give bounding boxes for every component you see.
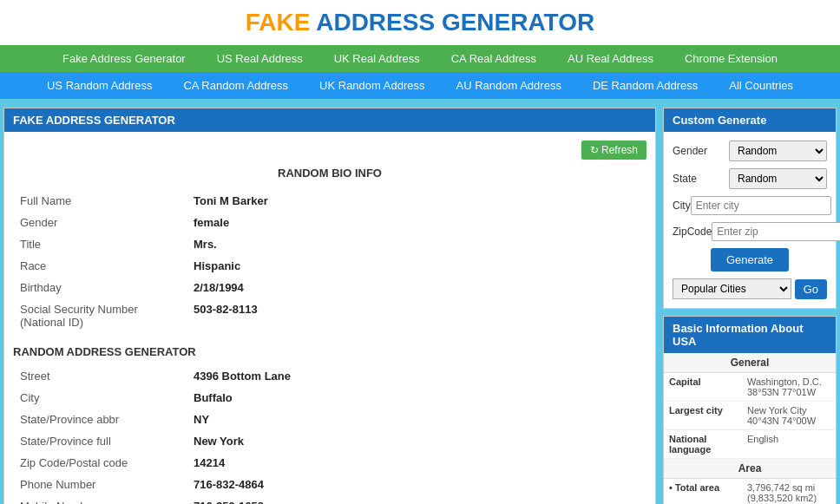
gender-select[interactable]: Random Male Female bbox=[729, 141, 827, 161]
nav-de-random-address[interactable]: DE Random Address bbox=[577, 72, 713, 99]
field-label: • Total area bbox=[664, 479, 742, 504]
field-value: 503-82-8113 bbox=[187, 298, 646, 333]
table-row: Street 4396 Bottom Lane bbox=[13, 365, 646, 387]
popular-cities-select[interactable]: Popular Cities bbox=[673, 278, 791, 299]
nav-chrome-extension[interactable]: Chrome Extension bbox=[669, 45, 793, 72]
table-row: • Total area 3,796,742 sq mi (9,833,520 … bbox=[664, 479, 836, 504]
city-input[interactable] bbox=[691, 196, 831, 215]
basic-info-content: General Capital Washington, D.C. 38°53N … bbox=[664, 353, 836, 504]
field-label: City bbox=[13, 387, 187, 409]
zip-label: ZipCode bbox=[673, 226, 712, 238]
field-label: Gender bbox=[13, 212, 187, 233]
table-row: Title Mrs. bbox=[13, 233, 646, 255]
nav-au-random-address[interactable]: AU Random Address bbox=[440, 72, 576, 99]
field-label: Full Name bbox=[13, 190, 187, 212]
address-table: Street 4396 Bottom Lane City Buffalo Sta… bbox=[13, 365, 646, 504]
field-label: Birthday bbox=[13, 277, 187, 298]
generate-button[interactable]: Generate bbox=[711, 248, 789, 272]
general-header: General bbox=[664, 353, 836, 373]
table-row: Social Security Number (National ID) 503… bbox=[13, 298, 646, 333]
logo-fake: FAKE bbox=[246, 9, 311, 36]
field-label: Title bbox=[13, 233, 187, 255]
field-label: Capital bbox=[664, 373, 742, 402]
nav-uk-random-address[interactable]: UK Random Address bbox=[304, 72, 440, 99]
go-button[interactable]: Go bbox=[795, 279, 827, 299]
nav-us-real-address[interactable]: US Real Address bbox=[201, 45, 318, 72]
custom-generate-content: Gender Random Male Female State Random C… bbox=[664, 132, 836, 308]
table-row: Phone Number 716-832-4864 bbox=[13, 474, 646, 495]
nav-us-random-address[interactable]: US Random Address bbox=[31, 72, 167, 99]
field-value: Washington, D.C. 38°53N 77°01W bbox=[742, 373, 836, 402]
table-row: State/Province abbr NY bbox=[13, 409, 646, 430]
basic-info-title: Basic Information About USA bbox=[664, 317, 836, 353]
state-label: State bbox=[673, 173, 729, 185]
field-value: Toni M Barker bbox=[187, 190, 646, 212]
field-value: female bbox=[187, 212, 646, 233]
city-row: City bbox=[673, 196, 827, 215]
nav-ca-random-address[interactable]: CA Random Address bbox=[167, 72, 304, 99]
nav-primary: Fake Address Generator US Real Address U… bbox=[0, 45, 840, 72]
field-value: NY bbox=[187, 409, 646, 430]
table-row: Largest city New York City 40°43N 74°00W bbox=[664, 402, 836, 430]
popular-cities-row: Popular Cities Go bbox=[673, 278, 827, 299]
general-table: Capital Washington, D.C. 38°53N 77°01W L… bbox=[664, 373, 836, 459]
field-value: Hispanic bbox=[187, 255, 646, 277]
table-row: Birthday 2/18/1994 bbox=[13, 277, 646, 298]
table-row: Zip Code/Postal code 14214 bbox=[13, 452, 646, 474]
area-header: Area bbox=[664, 459, 836, 479]
logo-rest: ADDRESS GENERATOR bbox=[310, 9, 594, 36]
gender-label: Gender bbox=[673, 145, 729, 157]
left-panel-content: ↻ Refresh RANDOM BIO INFO Full Name Toni… bbox=[4, 132, 655, 504]
field-value: New York bbox=[187, 430, 646, 452]
nav-uk-real-address[interactable]: UK Real Address bbox=[318, 45, 436, 72]
zip-row: ZipCode bbox=[673, 222, 827, 241]
nav-all-countries[interactable]: All Countries bbox=[713, 72, 809, 99]
table-row: Gender female bbox=[13, 212, 646, 233]
field-value: New York City 40°43N 74°00W bbox=[742, 402, 836, 430]
nav-fake-address-generator[interactable]: Fake Address Generator bbox=[47, 45, 201, 72]
main-container: FAKE ADDRESS GENERATOR ↻ Refresh RANDOM … bbox=[3, 108, 837, 504]
zip-input[interactable] bbox=[712, 222, 840, 241]
field-label: Social Security Number (National ID) bbox=[13, 298, 187, 333]
field-label: Largest city bbox=[664, 402, 742, 430]
nav-ca-real-address[interactable]: CA Real Address bbox=[436, 45, 552, 72]
field-label: National language bbox=[664, 430, 742, 459]
table-row: Capital Washington, D.C. 38°53N 77°01W bbox=[664, 373, 836, 402]
custom-generate-title: Custom Generate bbox=[664, 108, 836, 132]
bio-table: Full Name Toni M Barker Gender female Ti… bbox=[13, 190, 646, 333]
field-value: Buffalo bbox=[187, 387, 646, 409]
refresh-btn-row: ↻ Refresh bbox=[13, 141, 646, 160]
field-label: State/Province full bbox=[13, 430, 187, 452]
gender-row: Gender Random Male Female bbox=[673, 141, 827, 161]
site-header: FAKE ADDRESS GENERATOR bbox=[0, 0, 840, 45]
field-value: 3,796,742 sq mi (9,833,520 km2) (3rd/4th… bbox=[742, 479, 836, 504]
table-row: City Buffalo bbox=[13, 387, 646, 409]
field-value: 2/18/1994 bbox=[187, 277, 646, 298]
refresh-button[interactable]: ↻ Refresh bbox=[581, 141, 646, 160]
table-row: Race Hispanic bbox=[13, 255, 646, 277]
field-value: 4396 Bottom Lane bbox=[187, 365, 646, 387]
field-label: State/Province abbr bbox=[13, 409, 187, 430]
table-row: National language English bbox=[664, 430, 836, 459]
left-panel: FAKE ADDRESS GENERATOR ↻ Refresh RANDOM … bbox=[3, 108, 656, 504]
custom-generate-panel: Custom Generate Gender Random Male Femal… bbox=[663, 108, 837, 309]
bio-section-title: RANDOM BIO INFO bbox=[13, 167, 646, 180]
nav-au-real-address[interactable]: AU Real Address bbox=[552, 45, 669, 72]
field-label: Phone Number bbox=[13, 474, 187, 495]
field-label: Zip Code/Postal code bbox=[13, 452, 187, 474]
state-select[interactable]: Random bbox=[729, 168, 827, 189]
city-label: City bbox=[673, 200, 691, 212]
table-row: Full Name Toni M Barker bbox=[13, 190, 646, 212]
basic-info-panel: Basic Information About USA General Capi… bbox=[663, 316, 837, 504]
field-label: Mobile Number bbox=[13, 495, 187, 504]
left-panel-title: FAKE ADDRESS GENERATOR bbox=[4, 108, 655, 132]
right-panel: Custom Generate Gender Random Male Femal… bbox=[663, 108, 837, 504]
field-value: 716-259-1658 bbox=[187, 495, 646, 504]
field-label: Street bbox=[13, 365, 187, 387]
field-value: 716-832-4864 bbox=[187, 474, 646, 495]
table-row: Mobile Number 716-259-1658 bbox=[13, 495, 646, 504]
field-value: Mrs. bbox=[187, 233, 646, 255]
field-label: Race bbox=[13, 255, 187, 277]
nav-secondary: US Random Address CA Random Address UK R… bbox=[0, 72, 840, 99]
area-table: • Total area 3,796,742 sq mi (9,833,520 … bbox=[664, 479, 836, 504]
